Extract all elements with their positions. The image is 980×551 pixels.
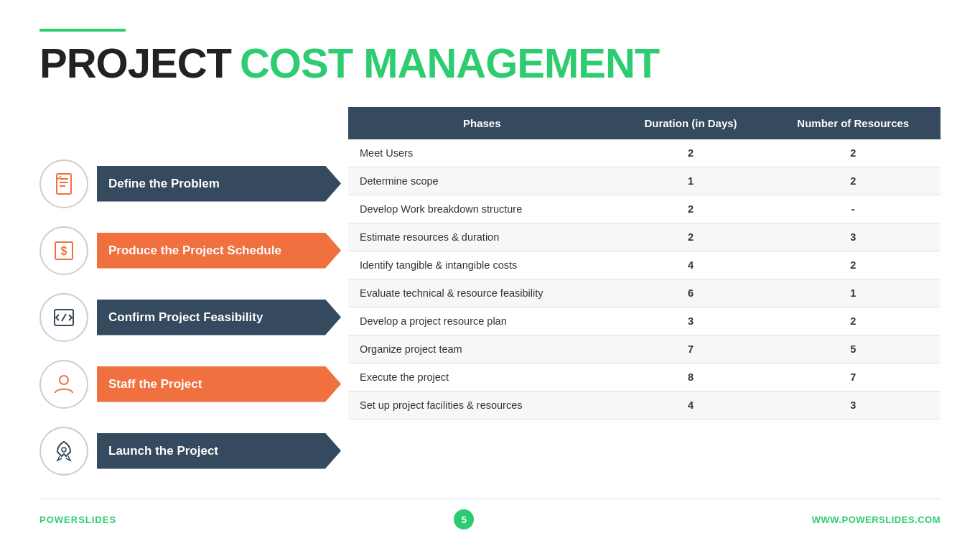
header-accent-line (39, 29, 126, 32)
cell-resources: 3 (765, 223, 941, 251)
svg-rect-0 (57, 174, 71, 194)
cell-duration: 4 (616, 251, 766, 279)
phase-label-launch: Launch the Project (108, 444, 218, 458)
cell-resources: 3 (765, 392, 941, 420)
cell-phase: Identify tangible & intangible costs (348, 251, 616, 279)
phase-arrow-launch: Launch the Project (97, 433, 341, 469)
cell-resources: 2 (765, 139, 941, 167)
svg-point-8 (60, 376, 68, 384)
main-content: Define the Problem $ Produce the Project… (39, 107, 941, 491)
phase-label-confirm: Confirm Project Feasibility (108, 310, 263, 325)
phase-label-define: Define the Problem (108, 177, 220, 191)
phase-arrow-confirm: Confirm Project Feasibility (97, 300, 341, 335)
checklist-icon (52, 172, 76, 196)
title-cost: COST MANAGEMENT (240, 39, 659, 87)
phase-icon-launch (39, 427, 88, 476)
cell-phase: Meet Users (348, 139, 616, 167)
footer-brand: POWERSLIDES (39, 514, 116, 525)
cell-phase: Develop a project resource plan (348, 307, 616, 335)
slide: PROJECT COST MANAGEMENT Define th (0, 0, 980, 551)
svg-point-9 (62, 448, 66, 452)
col-header-phases: Phases (348, 107, 616, 139)
table-wrapper: Phases Duration (in Days) Number of Reso… (348, 107, 941, 491)
table-row: Develop a project resource plan32 (348, 307, 941, 335)
cell-resources: - (765, 195, 941, 223)
cell-duration: 4 (616, 392, 766, 420)
cell-duration: 8 (616, 364, 766, 392)
cell-phase: Estimate resources & duration (348, 223, 616, 251)
title-row: PROJECT COST MANAGEMENT (39, 39, 941, 87)
phase-icon-define (39, 159, 88, 208)
cell-resources: 2 (765, 167, 941, 195)
phase-arrow-define: Define the Problem (97, 166, 341, 202)
rocket-icon (52, 439, 76, 463)
cell-resources: 7 (765, 364, 941, 392)
cell-duration: 2 (616, 195, 766, 223)
phase-item-launch: Launch the Project (39, 427, 341, 476)
phase-arrow-staff: Staff the Project (97, 366, 341, 402)
svg-text:$: $ (61, 245, 67, 257)
cell-phase: Determine scope (348, 167, 616, 195)
cell-phase: Evaluate technical & resource feasibilit… (348, 279, 616, 307)
cell-phase: Set up project facilities & resources (348, 392, 616, 420)
data-table: Phases Duration (in Days) Number of Reso… (348, 107, 941, 420)
table-row: Identify tangible & intangible costs42 (348, 251, 941, 279)
code-icon (52, 305, 76, 330)
cell-resources: 1 (765, 279, 941, 307)
footer-brand-prefix: POWER (39, 514, 78, 525)
table-row: Organize project team75 (348, 335, 941, 364)
right-panel: Phases Duration (in Days) Number of Reso… (348, 107, 941, 491)
footer-website: WWW.POWERSLIDES.COM (812, 514, 941, 525)
phase-item-define: Define the Problem (39, 159, 341, 208)
table-row: Execute the project87 (348, 364, 941, 392)
phase-icon-produce: $ (39, 226, 88, 275)
table-header-row: Phases Duration (in Days) Number of Reso… (348, 107, 941, 139)
title-project: PROJECT (39, 39, 231, 87)
cell-resources: 2 (765, 251, 941, 279)
phase-item-staff: Staff the Project (39, 360, 341, 409)
table-row: Develop Work breakdown structure2- (348, 195, 941, 223)
phase-label-produce: Produce the Project Schedule (108, 244, 281, 258)
cell-duration: 7 (616, 335, 766, 364)
svg-line-7 (62, 314, 66, 321)
cell-duration: 2 (616, 139, 766, 167)
table-row: Set up project facilities & resources43 (348, 392, 941, 420)
table-row: Evaluate technical & resource feasibilit… (348, 279, 941, 307)
phase-item-produce: $ Produce the Project Schedule (39, 226, 341, 275)
table-row: Meet Users22 (348, 139, 941, 167)
cell-duration: 1 (616, 167, 766, 195)
cell-resources: 2 (765, 307, 941, 335)
person-icon (52, 372, 76, 397)
cell-phase: Develop Work breakdown structure (348, 195, 616, 223)
table-row: Estimate resources & duration23 (348, 223, 941, 251)
cell-phase: Organize project team (348, 335, 616, 364)
phase-arrow-produce: Produce the Project Schedule (97, 233, 341, 269)
phase-label-staff: Staff the Project (108, 377, 202, 392)
cell-duration: 3 (616, 307, 766, 335)
col-header-resources: Number of Resources (765, 107, 941, 139)
col-header-duration: Duration (in Days) (616, 107, 766, 139)
cell-duration: 2 (616, 223, 766, 251)
phase-icon-confirm (39, 293, 88, 342)
dollar-icon: $ (52, 239, 76, 263)
phase-icon-staff (39, 360, 88, 409)
footer-page-number: 5 (454, 509, 474, 529)
footer-brand-suffix: SLIDES (78, 514, 116, 525)
cell-duration: 6 (616, 279, 766, 307)
cell-resources: 5 (765, 335, 941, 364)
left-panel: Define the Problem $ Produce the Project… (39, 107, 348, 491)
phase-item-confirm: Confirm Project Feasibility (39, 293, 341, 342)
cell-phase: Execute the project (348, 364, 616, 392)
table-row: Determine scope12 (348, 167, 941, 195)
footer: POWERSLIDES 5 WWW.POWERSLIDES.COM (39, 499, 941, 529)
